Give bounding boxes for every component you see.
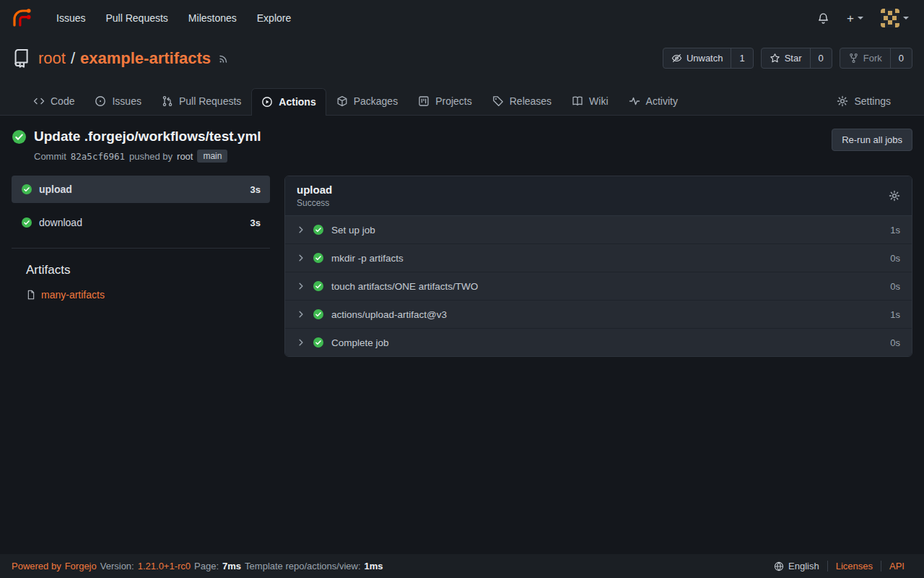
forks-count[interactable]: 0 <box>890 48 912 68</box>
chevron-right-icon <box>297 310 305 319</box>
tab-issues[interactable]: Issues <box>84 87 151 115</box>
step-row[interactable]: actions/upload-artifact@v3 1s <box>285 300 912 328</box>
step-row[interactable]: touch artifacts/ONE artifacts/TWO 0s <box>285 272 912 300</box>
step-row[interactable]: mkdir -p artifacts 0s <box>285 243 912 272</box>
repo-header: root / example-artifacts <box>0 36 924 116</box>
template-time: 1ms <box>365 561 383 571</box>
tab-actions[interactable]: Actions <box>251 88 326 116</box>
avatar <box>881 9 899 27</box>
artifacts-heading: Artifacts <box>26 263 270 277</box>
gear-icon <box>837 95 848 107</box>
job-detail-title: upload <box>297 184 332 196</box>
divider <box>12 248 270 249</box>
nav-issues[interactable]: Issues <box>46 12 95 24</box>
tab-releases[interactable]: Releases <box>482 87 562 115</box>
repo-owner-link[interactable]: root <box>38 49 66 68</box>
success-check-icon <box>12 129 27 144</box>
job-item-download[interactable]: download 3s <box>12 209 270 236</box>
fork-icon <box>848 53 859 64</box>
tab-activity[interactable]: Activity <box>619 87 688 115</box>
forgejo-link[interactable]: Forgejo <box>65 561 97 571</box>
issue-icon <box>95 95 106 107</box>
unwatch-button[interactable]: Unwatch 1 <box>663 48 754 69</box>
step-name: Set up job <box>331 225 375 236</box>
repo-breadcrumb: root / example-artifacts <box>38 49 211 68</box>
commit-sha-link[interactable]: 82a5cf6961 <box>71 151 125 162</box>
success-check-icon <box>313 224 324 236</box>
commit-label: Commit <box>34 151 66 162</box>
step-name: actions/upload-artifact@v3 <box>331 309 447 320</box>
stars-count[interactable]: 0 <box>810 48 832 68</box>
job-detail-header: upload Success <box>285 176 912 216</box>
book-icon <box>572 95 583 107</box>
step-name: Complete job <box>331 337 389 348</box>
notifications-bell-icon[interactable] <box>811 8 836 29</box>
rss-icon[interactable] <box>218 53 230 64</box>
nav-explore[interactable]: Explore <box>247 12 301 24</box>
tab-projects[interactable]: Projects <box>408 87 482 115</box>
nav-pull-requests[interactable]: Pull Requests <box>95 12 178 24</box>
job-detail-panel: upload Success Set up job 1s <box>284 176 912 357</box>
top-navbar: Issues Pull Requests Milestones Explore … <box>0 0 924 36</box>
success-check-icon <box>313 337 324 348</box>
commit-info: Commit 82a5cf6961 pushed by root main <box>34 150 261 163</box>
version-link[interactable]: 1.21.0+1-rc0 <box>138 561 191 571</box>
page-label: Page: <box>194 561 219 571</box>
rerun-all-jobs-button[interactable]: Re-run all jobs <box>832 129 912 151</box>
powered-by-link[interactable]: Powered by <box>12 561 61 571</box>
tag-icon <box>492 95 504 107</box>
globe-icon <box>774 561 784 571</box>
job-options-gear-icon[interactable] <box>889 190 900 202</box>
success-check-icon <box>21 184 32 195</box>
tab-packages[interactable]: Packages <box>326 87 408 115</box>
watchers-count[interactable]: 1 <box>731 48 752 68</box>
chevron-right-icon <box>297 282 305 290</box>
api-link[interactable]: API <box>881 561 912 571</box>
eye-slash-icon <box>671 53 682 64</box>
chevron-down-icon <box>858 17 863 20</box>
repo-name-link[interactable]: example-artifacts <box>80 49 211 68</box>
repository-icon <box>12 48 31 68</box>
user-menu-button[interactable] <box>874 4 915 32</box>
navbar-right: + <box>811 4 915 32</box>
language-selector[interactable]: English <box>766 561 827 571</box>
step-name: mkdir -p artifacts <box>331 253 404 264</box>
job-item-upload[interactable]: upload 3s <box>12 176 270 203</box>
job-duration: 3s <box>250 184 261 195</box>
actions-run-view: Update .forgejo/workflows/test.yml Commi… <box>0 116 924 554</box>
tab-pull-requests[interactable]: Pull Requests <box>152 87 251 115</box>
chevron-right-icon <box>297 225 305 234</box>
star-button[interactable]: Star 0 <box>761 48 832 69</box>
success-check-icon <box>313 252 324 264</box>
repo-tabs: Code Issues Pull Requests Actions Packag… <box>0 79 924 116</box>
activity-pulse-icon <box>629 95 640 107</box>
repo-action-buttons: Unwatch 1 Star 0 <box>663 48 912 69</box>
tab-code[interactable]: Code <box>23 87 84 115</box>
footer: Powered by Forgejo Version: 1.21.0+1-rc0… <box>0 554 924 578</box>
job-status: Success <box>297 198 332 208</box>
licenses-link[interactable]: Licenses <box>827 561 881 571</box>
fork-button[interactable]: Fork 0 <box>840 48 912 69</box>
success-check-icon <box>313 280 324 292</box>
create-new-button[interactable]: + <box>840 8 870 29</box>
package-icon <box>336 95 348 107</box>
step-row[interactable]: Complete job 0s <box>285 328 912 356</box>
workflow-run-title: Update .forgejo/workflows/test.yml <box>34 129 261 144</box>
step-duration: 0s <box>890 253 900 264</box>
step-row[interactable]: Set up job 1s <box>285 216 912 243</box>
nav-milestones[interactable]: Milestones <box>178 12 247 24</box>
forgejo-logo-icon[interactable] <box>10 7 33 30</box>
project-board-icon <box>418 95 430 107</box>
tab-settings[interactable]: Settings <box>827 87 901 115</box>
artifact-download-link[interactable]: many-artifacts <box>41 289 105 301</box>
artifact-item[interactable]: many-artifacts <box>26 289 270 301</box>
breadcrumb-separator: / <box>71 49 75 68</box>
document-icon <box>26 290 36 300</box>
pushed-by-label: pushed by <box>129 151 173 162</box>
code-icon <box>33 95 45 107</box>
template-label: Template repo/actions/view: <box>245 561 360 571</box>
pusher-link[interactable]: root <box>177 151 193 162</box>
tab-wiki[interactable]: Wiki <box>562 87 618 115</box>
step-duration: 1s <box>890 225 900 236</box>
branch-badge[interactable]: main <box>197 150 227 163</box>
